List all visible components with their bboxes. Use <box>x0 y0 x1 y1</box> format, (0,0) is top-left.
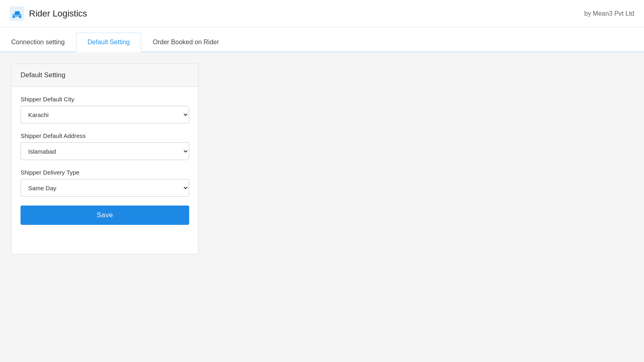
tab-connection-setting[interactable]: Connection setting <box>0 33 76 51</box>
delivery-type-select[interactable]: Same Day Next Day Overnight Express <box>21 179 189 197</box>
app-header: Rider Logistics by Mean3 Pvt Ltd <box>0 0 644 27</box>
default-setting-card: Default Setting Shipper Default City Kar… <box>11 64 198 254</box>
header-byline: by Mean3 Pvt Ltd <box>584 10 634 17</box>
shipper-city-label: Shipper Default City <box>21 96 189 103</box>
card-header: Default Setting <box>12 64 198 87</box>
app-title: Rider Logistics <box>29 8 87 19</box>
tab-order-booked-on-rider[interactable]: Order Booked on Rider <box>141 33 230 51</box>
save-button[interactable]: Save <box>21 206 189 225</box>
shipper-city-select[interactable]: Karachi Lahore Islamabad Peshawar Quetta <box>21 106 189 123</box>
card-footer-space <box>21 234 189 245</box>
delivery-type-group: Shipper Delivery Type Same Day Next Day … <box>21 169 189 197</box>
svg-rect-4 <box>15 11 20 14</box>
shipper-address-select[interactable]: Islamabad Karachi Lahore Peshawar Quetta <box>21 142 189 160</box>
card-title: Default Setting <box>21 71 66 79</box>
main-content: Default Setting Shipper Default City Kar… <box>0 52 644 362</box>
shipper-city-group: Shipper Default City Karachi Lahore Isla… <box>21 96 189 123</box>
tab-default-setting[interactable]: Default Setting <box>76 33 142 52</box>
header-left: Rider Logistics <box>10 6 87 21</box>
shipper-address-label: Shipper Default Address <box>21 132 189 139</box>
card-body: Shipper Default City Karachi Lahore Isla… <box>12 87 198 254</box>
delivery-type-label: Shipper Delivery Type <box>21 169 189 176</box>
shipper-address-group: Shipper Default Address Islamabad Karach… <box>21 132 189 160</box>
tabs-nav: Connection setting Default Setting Order… <box>0 27 644 52</box>
app-logo-icon <box>10 6 24 21</box>
